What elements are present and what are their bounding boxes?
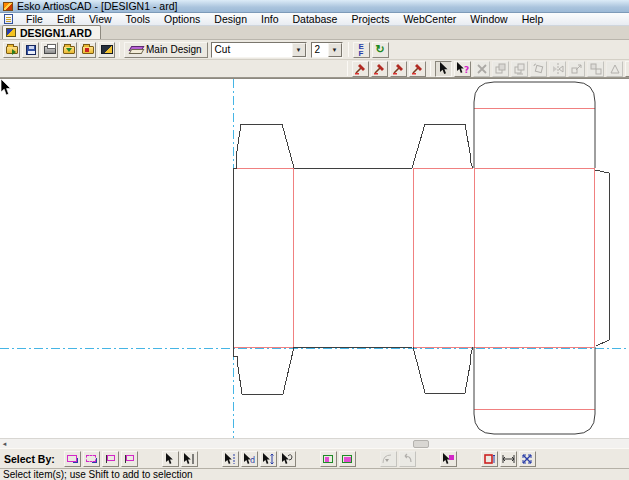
line-type-combo[interactable]: Cut ▼	[211, 42, 307, 58]
select-line-icon[interactable]	[222, 451, 239, 467]
select-by-label: Select By:	[4, 453, 55, 465]
transform-tool-icon[interactable]	[606, 61, 623, 77]
rebuild-tool-4-hammer-icon[interactable]	[409, 61, 426, 77]
printer-glyph	[44, 46, 56, 54]
select-pointer-edge-icon[interactable]	[181, 451, 198, 467]
toolbar-separator	[347, 61, 348, 76]
publish-glyph	[101, 45, 113, 54]
select-by-toolbar: Select By: d	[0, 448, 629, 468]
select-undo-icon[interactable]	[399, 451, 416, 467]
status-bar: Select item(s); use Shift to add to sele…	[0, 468, 629, 480]
main-design-label: Main Design	[146, 44, 202, 55]
select-inside-rectangle-icon[interactable]	[64, 451, 81, 467]
flag-glyph	[125, 455, 134, 463]
select-flag-touching-icon[interactable]	[121, 451, 138, 467]
export-icon[interactable]	[79, 42, 96, 58]
menu-item-info[interactable]: Info	[254, 13, 286, 25]
menu-item-tools[interactable]: Tools	[119, 13, 158, 25]
select-tool-arrow-icon[interactable]	[435, 61, 452, 77]
chevron-down-icon[interactable]: ▼	[292, 43, 306, 57]
select-arc-icon[interactable]	[380, 451, 397, 467]
tab-label: DESIGN1.ARD	[20, 27, 92, 39]
menu-item-edit[interactable]: Edit	[50, 13, 82, 25]
menu-item-view[interactable]: View	[82, 13, 119, 25]
export-glyph	[82, 46, 94, 54]
menu-item-options[interactable]: Options	[157, 13, 207, 25]
artioscad-window: { "window": { "title": "Esko ArtiosCAD -…	[0, 0, 629, 480]
snap-glyph: EF	[358, 43, 363, 57]
select-flag-inside-icon[interactable]	[102, 451, 119, 467]
sequence-tool-icon[interactable]	[587, 61, 604, 77]
open-icon[interactable]	[3, 42, 20, 58]
svg-text:?: ?	[464, 65, 469, 75]
main-design-button[interactable]: Main Design	[124, 42, 208, 58]
line-type-value: Cut	[212, 44, 292, 55]
delete-tool-x-icon[interactable]	[473, 61, 490, 77]
document-system-icon[interactable]	[4, 14, 13, 24]
floppy-glyph	[26, 45, 36, 55]
window-title: Esko ArtiosCAD - [DESIGN1 - ard]	[17, 0, 177, 12]
chevron-down-icon[interactable]: ▼	[328, 43, 342, 57]
menu-item-webcenter[interactable]: WebCenter	[396, 13, 463, 25]
svg-text:d: d	[250, 456, 255, 465]
toolbar-separator	[348, 42, 349, 57]
dieline-svg	[0, 79, 629, 438]
layers-icon	[130, 46, 142, 54]
layer-glyph	[323, 455, 333, 463]
menu-item-help[interactable]: Help	[515, 13, 551, 25]
select-horizontal-extent-icon[interactable]	[500, 451, 517, 467]
toolbar-separator	[430, 61, 431, 76]
rotate-tool-icon[interactable]	[530, 61, 547, 77]
menu-item-window[interactable]: Window	[463, 13, 514, 25]
select-cross-extent-icon[interactable]	[519, 451, 536, 467]
toolbar-separator	[119, 42, 120, 57]
select-text-icon[interactable]	[260, 451, 277, 467]
select-touching-rectangle-icon[interactable]	[83, 451, 100, 467]
scale-tool-icon[interactable]	[568, 61, 585, 77]
select-annotation-icon[interactable]	[279, 451, 296, 467]
import-workspace-icon[interactable]	[60, 42, 77, 58]
scrollbar-thumb[interactable]	[413, 440, 429, 448]
rebuild-tool-3-hammer-icon[interactable]	[390, 61, 407, 77]
select-by-example-icon[interactable]	[440, 451, 457, 467]
select-pointer-icon[interactable]	[162, 451, 179, 467]
flag-glyph	[106, 455, 115, 463]
main-toolbar: Main Design Cut ▼ 2 ▼ EF ↻	[0, 40, 629, 60]
title-bar: Esko ArtiosCAD - [DESIGN1 - ard]	[0, 0, 629, 13]
copy-tool-icon[interactable]	[511, 61, 528, 77]
tools-toolbar: ?	[0, 60, 629, 78]
print-icon[interactable]	[41, 42, 58, 58]
rebuild-tool-1-hammer-icon[interactable]	[352, 61, 369, 77]
select-dimension-icon[interactable]: d	[241, 451, 258, 467]
refresh-glyph: ↻	[375, 43, 384, 56]
rebuild-design-icon[interactable]: ↻	[372, 42, 389, 58]
layer-full-glyph	[342, 455, 352, 463]
menu-item-database[interactable]: Database	[286, 13, 345, 25]
horizontal-scrollbar[interactable]: ◄	[0, 438, 629, 448]
import-glyph	[63, 46, 75, 54]
document-tab-bar: DESIGN1.ARD	[0, 26, 629, 40]
select-red-rectangle-icon[interactable]	[481, 451, 498, 467]
mouse-cursor	[0, 79, 12, 96]
move-tool-icon[interactable]	[492, 61, 509, 77]
publish-icon[interactable]	[98, 42, 115, 58]
save-icon[interactable]	[22, 42, 39, 58]
workspace-icon	[6, 28, 16, 37]
tab-design1[interactable]: DESIGN1.ARD	[2, 25, 101, 39]
scroll-left-icon[interactable]: ◄	[0, 439, 9, 448]
select-layer-all-icon[interactable]	[339, 451, 356, 467]
rebuild-tool-2-hammer-icon[interactable]	[371, 61, 388, 77]
mirror-tool-icon[interactable]	[549, 61, 566, 77]
snap-options-icon[interactable]: EF	[353, 42, 370, 58]
menu-item-design[interactable]: Design	[207, 13, 254, 25]
menu-item-file[interactable]: File	[19, 13, 50, 25]
line-weight-value: 2	[312, 44, 328, 55]
select-layer-part-icon[interactable]	[320, 451, 337, 467]
drawing-canvas[interactable]	[0, 78, 629, 438]
menu-item-projects[interactable]: Projects	[344, 13, 396, 25]
select-query-tool-icon[interactable]: ?	[454, 61, 471, 77]
line-weight-combo[interactable]: 2 ▼	[311, 42, 343, 58]
open-folder-glyph	[6, 46, 18, 54]
app-icon	[3, 2, 13, 11]
color-tool-icon[interactable]	[625, 61, 629, 77]
